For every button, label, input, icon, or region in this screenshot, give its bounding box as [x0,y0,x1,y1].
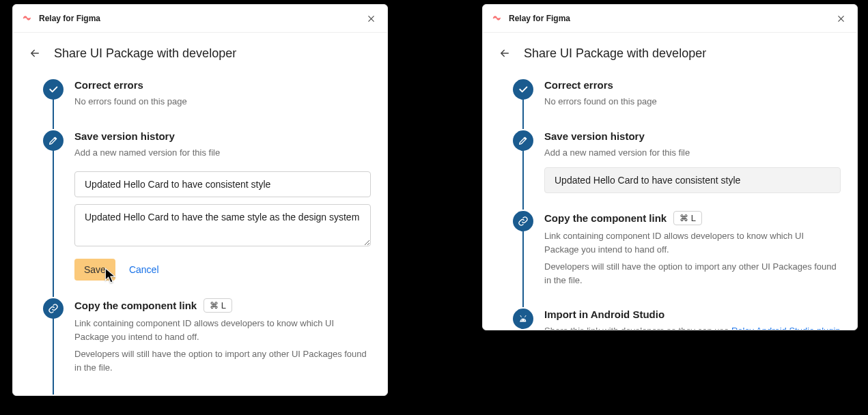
step-connector [53,317,54,395]
step-title-text: Copy the component link [74,300,197,311]
step-desc: No errors found on this page [544,95,841,109]
step-save-version: Save version history Add a new named ver… [43,130,371,296]
svg-point-3 [524,319,524,320]
step-copy-link: Copy the component link ⌘ L Link contain… [43,298,371,393]
version-description-input[interactable]: Updated Hello Card to have the same styl… [74,204,371,246]
steps: Correct errors No errors found on this p… [483,70,857,330]
pencil-icon [513,130,533,151]
step-title: Save version history [544,130,841,142]
step-title-text: Copy the component link [544,212,667,224]
panel-header: Relay for Figma [483,5,857,33]
step-connector [522,98,524,129]
step-correct-errors: Correct errors No errors found on this p… [43,79,371,128]
close-button[interactable] [834,12,848,25]
step-connector [522,230,524,307]
step-title: Save version history [74,130,371,142]
step-title: Copy the component link ⌘ L [74,298,371,313]
step-desc: Developers will still have the option to… [74,347,371,374]
desc-text: Share this link with developers so they … [544,326,731,330]
back-button[interactable] [496,45,513,61]
step-connector [53,149,54,298]
page-title-row: Share UI Package with developer [483,33,857,70]
link-icon [43,298,64,319]
step-desc: No errors found on this page [74,95,371,109]
relay-plugin-link[interactable]: Relay Android Studio plugin [731,326,841,330]
relay-logo-icon [23,13,33,24]
close-button[interactable] [364,12,378,25]
step-save-version: Save version history Add a new named ver… [513,130,841,209]
step-desc: Add a new named version for this file [74,146,371,160]
version-title-input[interactable] [74,171,371,197]
button-row: Save Cancel [74,259,371,281]
page-title: Share UI Package with developer [54,46,236,61]
shortcut-badge: ⌘ L [204,298,232,313]
page-title: Share UI Package with developer [524,46,706,61]
step-desc: Link containing component ID allows deve… [544,229,841,256]
steps: Correct errors No errors found on this p… [13,70,387,396]
save-button[interactable]: Save [74,259,115,281]
brand-label: Relay for Figma [39,14,364,23]
step-connector [522,149,524,210]
shortcut-badge: ⌘ L [673,211,702,225]
panel-header: Relay for Figma [13,5,387,33]
check-icon [513,79,533,100]
back-button[interactable] [27,45,43,61]
close-icon [367,14,376,23]
step-title: Correct errors [544,79,841,91]
arrow-left-icon [499,47,511,59]
saved-version-readonly[interactable]: Updated Hello Card to have consistent st… [544,167,841,193]
step-correct-errors: Correct errors No errors found on this p… [513,79,841,128]
step-desc: Developers will still have the option to… [544,260,841,287]
step-desc: Add a new named version for this file [544,146,841,160]
arrow-left-icon [29,47,41,59]
check-icon [43,79,64,100]
cancel-button[interactable]: Cancel [129,264,159,275]
step-desc: Link containing component ID allows deve… [74,317,371,343]
brand-label: Relay for Figma [509,14,834,23]
step-connector [53,98,54,129]
pencil-icon [43,130,64,151]
close-icon [837,14,845,23]
step-title: Copy the component link ⌘ L [544,211,841,225]
step-import-android: Import in Android Studio Share this link… [513,309,841,330]
dialog-right: Relay for Figma Share UI Package with de… [482,4,858,330]
step-title: Import in Android Studio [544,309,841,320]
dialog-left: Relay for Figma Share UI Package with de… [12,4,388,396]
step-copy-link: Copy the component link ⌘ L Link contain… [513,211,841,306]
step-title: Correct errors [74,79,371,91]
step-desc: Share this link with developers so they … [544,324,841,330]
page-title-row: Share UI Package with developer [13,33,387,70]
svg-point-2 [521,319,522,320]
relay-logo-icon [492,13,503,24]
android-icon [513,309,533,329]
link-icon [513,211,533,231]
